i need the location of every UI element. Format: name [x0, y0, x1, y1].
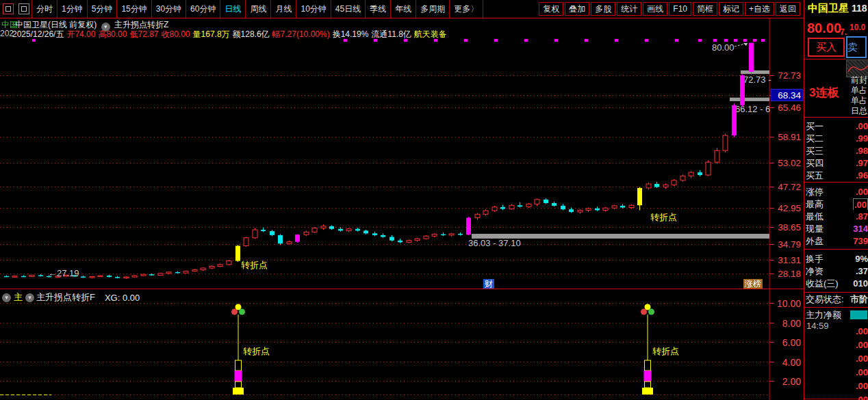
row-value: .37	[856, 265, 868, 277]
panel-row: 最低.87	[804, 211, 868, 222]
svg-text:72.73 -: 72.73 -	[743, 75, 771, 85]
buy-button[interactable]: 买入	[808, 38, 845, 57]
period-tab-1分钟[interactable]: 1分钟	[58, 0, 88, 18]
divider	[804, 182, 868, 183]
tool-button-统计[interactable]: 统计	[617, 2, 641, 16]
panel-row: 换手9%	[804, 253, 868, 265]
info-field: 收80.00	[162, 29, 190, 39]
panel-row: 买三.98	[804, 145, 868, 157]
finance-news-badge[interactable]: 财	[483, 279, 494, 289]
period-tab-分时[interactable]: 分时	[31, 0, 58, 18]
stock-code: 118	[852, 3, 867, 14]
subchart-xg-value: XG: 0.00	[105, 293, 140, 303]
row-label: 买一	[806, 120, 824, 132]
main-net-label: 主力净额	[806, 309, 841, 321]
period-tab-多周期[interactable]: 多周期	[416, 0, 450, 18]
subchart-panel-tag[interactable]: 主	[14, 291, 23, 304]
row-value: 314	[853, 223, 868, 235]
period-tab-30分钟[interactable]: 30分钟	[152, 0, 186, 18]
price-change: 7.	[840, 27, 847, 37]
panel-row: 买五.96	[804, 170, 868, 181]
period-tab-月线[interactable]: 月线	[271, 0, 296, 18]
subchart-indicator-name[interactable]: 主升拐点转折F	[36, 291, 95, 304]
tool-button-F10[interactable]: F10	[669, 2, 691, 16]
trade-tick: .00	[804, 380, 868, 392]
row-value: .96	[856, 170, 868, 181]
period-tab-60分钟[interactable]: 60分钟	[186, 0, 220, 18]
price-change-pct: 10.0	[850, 23, 865, 32]
svg-text:转折点: 转折点	[650, 212, 677, 222]
svg-text:4.00: 4.00	[782, 357, 801, 368]
svg-text:8.00: 8.00	[782, 318, 801, 329]
trade-status-value: 市阶	[850, 293, 868, 305]
tool-button-复权[interactable]: 复权	[539, 2, 563, 16]
period-tab-更多〉[interactable]: 更多〉	[450, 0, 483, 18]
period-tab-15分钟[interactable]: 15分钟	[117, 0, 151, 18]
limit-up-streak-label: 3连板	[809, 85, 839, 101]
svg-text:47.72: 47.72	[778, 182, 801, 192]
quote-panel: 中国卫星 118 80.00 7. 10.0 买入 卖出 3连板 前封单占单占日…	[804, 0, 868, 400]
side-label: 日总	[851, 105, 867, 117]
tool-button-简框[interactable]: 简框	[693, 2, 717, 16]
collapse-circle-icon[interactable]: ▾	[2, 293, 11, 302]
row-label: 买三	[806, 145, 824, 157]
period-tab-季线[interactable]: 季线	[366, 0, 391, 18]
panel-row: 净资.37	[804, 265, 868, 277]
trade-status-label: 交易状态:	[806, 293, 844, 305]
info-field: 量167.8万	[193, 29, 230, 39]
trade-price: .00	[856, 325, 868, 337]
info-field: 换14.19%	[333, 29, 369, 39]
row-label: 买二	[806, 133, 824, 144]
svg-text:66.12 - 6: 66.12 - 6	[735, 104, 770, 114]
tool-button-标记[interactable]: 标记	[719, 2, 743, 16]
panel-divider	[0, 289, 804, 289]
rank-list-badge[interactable]: 涨榜	[743, 279, 763, 289]
info-field: 幅7.27(10.00%)	[272, 29, 330, 39]
row-value: .98	[856, 145, 868, 157]
tool-button-叠加[interactable]: 叠加	[565, 2, 589, 16]
trade-tick: .00	[804, 339, 868, 351]
row-value: .00	[853, 198, 868, 210]
sell-button[interactable]: 卖出	[846, 36, 867, 58]
divider-dotted	[804, 399, 868, 399]
svg-text:转折点: 转折点	[652, 346, 679, 356]
window-layout-icon[interactable]	[3, 3, 14, 14]
period-tab-45日线[interactable]: 45日线	[331, 0, 366, 18]
period-tab-周线[interactable]: 周线	[246, 0, 271, 18]
stock-name: 中国卫星	[808, 2, 849, 15]
chevron-circle-icon[interactable]: ▾	[25, 293, 34, 302]
tool-button-+自选[interactable]: +自选	[745, 2, 774, 16]
row-value: 739	[853, 235, 868, 247]
row-label: 净资	[806, 265, 824, 277]
row-label: 最高	[806, 198, 824, 210]
period-tab-日线[interactable]: 日线	[220, 0, 246, 18]
svg-text:68.34: 68.34	[778, 90, 801, 101]
toolbar-tools: 复权叠加多股统计画线F10简框标记+自选返回	[538, 0, 804, 18]
divider	[804, 59, 845, 59]
divider	[804, 117, 868, 118]
tool-button-多股[interactable]: 多股	[591, 2, 615, 16]
tool-button-返回[interactable]: 返回	[776, 2, 800, 16]
period-tab-年线[interactable]: 年线	[391, 0, 416, 18]
main-indicator-name[interactable]: 主升拐点转折Z	[114, 20, 168, 29]
info-field: 高80.00	[98, 29, 127, 39]
row-label: 收益(三)	[806, 278, 839, 289]
row-value: .00	[856, 186, 868, 198]
row-value: .87	[856, 211, 868, 222]
trade-price: .00	[856, 353, 868, 364]
panel-row: 外盘739	[804, 235, 868, 247]
row-label: 换手	[806, 253, 824, 265]
window-split-icon[interactable]	[18, 3, 29, 14]
row-value: 9%	[855, 253, 868, 265]
panel-row: 买一.00	[804, 120, 868, 132]
info-field: 流通11.8亿	[371, 29, 411, 39]
row-label: 现量	[806, 223, 824, 235]
svg-text:72.73: 72.73	[778, 70, 801, 81]
ohlc-info-line: 2025/12/26/五开74.00高80.00低72.87收80.00量167…	[12, 29, 450, 40]
main-chart-canvas[interactable]: 72.7368.3465.4658.9153.0247.7242.9538.65…	[0, 0, 804, 400]
period-tab-5分钟[interactable]: 5分钟	[88, 0, 118, 18]
last-price: 80.00	[807, 21, 841, 36]
divider	[804, 292, 868, 293]
tool-button-画线[interactable]: 画线	[643, 2, 667, 16]
period-tab-10分钟[interactable]: 10分钟	[296, 0, 331, 18]
